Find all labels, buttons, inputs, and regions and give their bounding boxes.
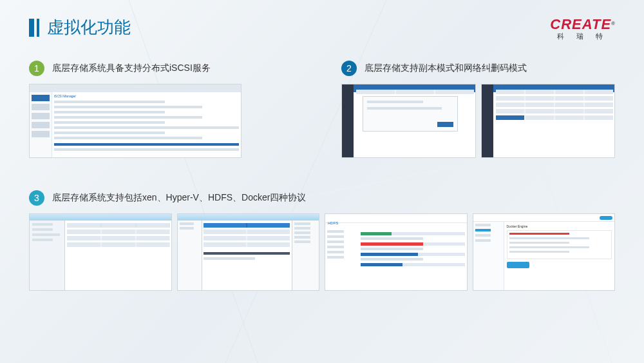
screenshot-xen [29,213,172,291]
screenshot-iscsi: iSCSI Manager [29,84,242,158]
logo-subtitle: 科 瑞 特 [557,32,608,41]
bullet-number-1: 1 [29,61,44,76]
hdfs-title: HDFS [328,221,338,225]
logo-text: CREATE [550,16,611,32]
brand-logo: CREATE® 科 瑞 特 [550,16,615,41]
screenshot-erasure-mode [481,84,616,158]
title-accent-bar [29,19,34,37]
slide-title: 虚拟化功能 [47,16,131,39]
screenshot-hyperv [177,213,320,291]
bullet-point-2: 2 底层存储支持副本模式和网络纠删码模式 [341,61,615,76]
screenshot-docker: Docker Engine [473,213,616,291]
bullet-text-1: 底层存储系统具备支持分布式iSCSI服务 [52,63,211,74]
bullet-point-1: 1 底层存储系统具备支持分布式iSCSI服务 [29,61,303,76]
iscsi-panel-title: iSCSI Manager [54,94,239,98]
bullet-text-3: 底层存储系统支持包括xen、Hyper-V、HDFS、Docker四种协议 [52,192,306,204]
logo-registered: ® [611,21,615,26]
screenshot-hdfs: HDFS [325,213,468,291]
bullet-point-3: 3 底层存储系统支持包括xen、Hyper-V、HDFS、Docker四种协议 [29,190,615,206]
docker-title: Docker Engine [507,224,612,228]
slide-header: 虚拟化功能 CREATE® 科 瑞 特 [29,16,615,41]
bullet-number-2: 2 [341,61,357,76]
title-accent-bar-thin [37,19,39,37]
bullet-text-2: 底层存储支持副本模式和网络纠删码模式 [365,63,527,74]
screenshot-replica-mode [341,84,476,158]
bullet-number-3: 3 [29,190,44,206]
